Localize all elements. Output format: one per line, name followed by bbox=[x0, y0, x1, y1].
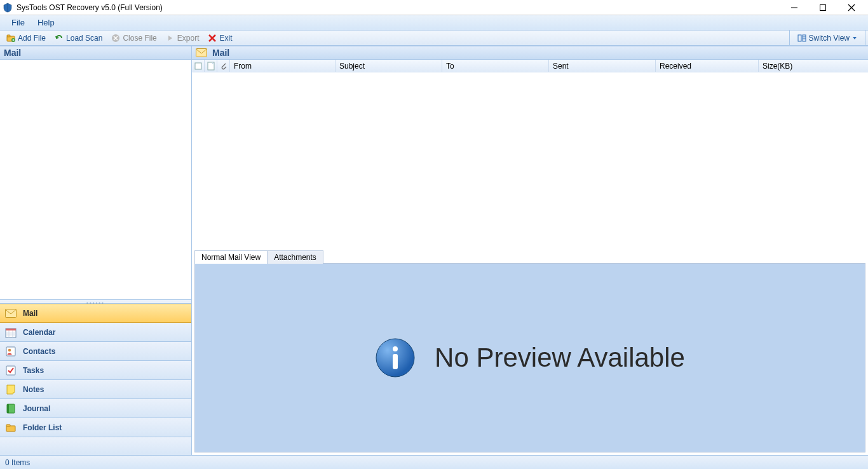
load-scan-icon bbox=[55, 34, 64, 43]
contacts-icon bbox=[5, 346, 17, 357]
svg-rect-32 bbox=[6, 425, 10, 426]
nav-notes[interactable]: Notes bbox=[0, 380, 191, 399]
nav-folder-list[interactable]: Folder List bbox=[0, 418, 191, 437]
col-size[interactable]: Size(KB) bbox=[759, 60, 868, 72]
col-sent[interactable]: Sent bbox=[549, 60, 656, 72]
menu-file[interactable]: File bbox=[5, 17, 31, 29]
nav-mail-label: Mail bbox=[23, 309, 37, 318]
preview-zone: Normal Mail View Attachments bbox=[192, 248, 868, 455]
right-pane: Mail From Subject To Sent Received Size(… bbox=[192, 46, 868, 455]
col-attachment-icon[interactable] bbox=[217, 60, 230, 72]
folder-tree[interactable] bbox=[0, 60, 191, 300]
close-button[interactable] bbox=[837, 0, 865, 15]
load-scan-label: Load Scan bbox=[66, 34, 102, 43]
add-file-button[interactable]: Add File bbox=[3, 33, 50, 43]
preview-body: No Preview Available bbox=[194, 263, 865, 452]
no-preview-text: No Preview Available bbox=[435, 343, 685, 373]
svg-rect-34 bbox=[195, 63, 201, 69]
left-pane: Mail •••••• Mail Calendar Contacts bbox=[0, 46, 192, 455]
svg-rect-1 bbox=[820, 4, 825, 10]
col-subject[interactable]: Subject bbox=[336, 60, 442, 72]
exit-button[interactable]: Exit bbox=[204, 33, 236, 43]
nav-calendar[interactable]: Calendar bbox=[0, 323, 191, 342]
export-button[interactable]: Export bbox=[162, 33, 203, 43]
svg-rect-20 bbox=[6, 329, 16, 330]
nav-journal-label: Journal bbox=[23, 404, 50, 413]
folder-icon bbox=[5, 422, 17, 433]
col-to[interactable]: To bbox=[442, 60, 549, 72]
mail-icon bbox=[5, 308, 17, 319]
svg-rect-15 bbox=[803, 35, 806, 41]
nav-contacts[interactable]: Contacts bbox=[0, 342, 191, 361]
svg-point-37 bbox=[393, 346, 398, 351]
maximize-button[interactable] bbox=[808, 0, 837, 15]
svg-rect-33 bbox=[196, 49, 207, 57]
grid-columns: From Subject To Sent Received Size(KB) bbox=[192, 60, 868, 72]
exit-label: Exit bbox=[219, 34, 232, 43]
switch-view-icon bbox=[797, 34, 806, 43]
col-checkbox[interactable] bbox=[192, 60, 205, 72]
tab-attachments[interactable]: Attachments bbox=[267, 250, 323, 264]
switch-view-label: Switch View bbox=[809, 34, 850, 43]
left-header: Mail bbox=[0, 46, 191, 60]
notes-icon bbox=[5, 384, 17, 395]
switch-view-button[interactable]: Switch View bbox=[794, 33, 861, 43]
minimize-button[interactable] bbox=[780, 0, 808, 15]
statusbar: 0 Items bbox=[0, 455, 868, 469]
export-icon bbox=[166, 34, 175, 43]
info-icon bbox=[375, 337, 416, 378]
close-file-button[interactable]: Close File bbox=[107, 33, 160, 43]
tasks-icon bbox=[5, 365, 17, 376]
nav-folder-list-label: Folder List bbox=[23, 423, 62, 432]
svg-point-27 bbox=[8, 348, 11, 351]
toolbar: Add File Load Scan Close File Export Exi… bbox=[0, 31, 868, 46]
window-controls bbox=[780, 0, 865, 15]
nav-journal[interactable]: Journal bbox=[0, 399, 191, 418]
menu-help[interactable]: Help bbox=[31, 17, 61, 29]
nav-tasks[interactable]: Tasks bbox=[0, 361, 191, 380]
col-item-icon[interactable] bbox=[205, 60, 217, 72]
nav-list: Mail Calendar Contacts Tasks bbox=[0, 304, 191, 455]
nav-calendar-label: Calendar bbox=[23, 328, 55, 337]
col-from[interactable]: From bbox=[230, 60, 336, 72]
nav-blank bbox=[0, 437, 191, 455]
add-file-label: Add File bbox=[18, 34, 46, 43]
exit-icon bbox=[208, 34, 217, 43]
svg-rect-38 bbox=[393, 354, 398, 369]
journal-icon bbox=[5, 403, 17, 414]
nav-tasks-label: Tasks bbox=[23, 366, 44, 375]
menubar: File Help bbox=[0, 15, 868, 31]
calendar-icon bbox=[5, 327, 17, 338]
close-file-icon bbox=[111, 34, 120, 43]
right-header-label: Mail bbox=[212, 48, 229, 58]
grid-body[interactable] bbox=[192, 72, 868, 248]
tab-normal-mail-view[interactable]: Normal Mail View bbox=[194, 250, 268, 264]
app-icon bbox=[3, 3, 13, 13]
svg-rect-30 bbox=[7, 404, 9, 413]
svg-rect-14 bbox=[798, 35, 801, 41]
col-received[interactable]: Received bbox=[656, 60, 759, 72]
right-header: Mail bbox=[192, 46, 868, 60]
window-title: SysTools OST Recovery v5.0 (Full Version… bbox=[17, 3, 163, 12]
status-items: 0 Items bbox=[5, 458, 30, 467]
load-scan-button[interactable]: Load Scan bbox=[51, 33, 106, 43]
titlebar: SysTools OST Recovery v5.0 (Full Version… bbox=[0, 0, 868, 15]
chevron-down-icon bbox=[852, 34, 857, 43]
nav-mail[interactable]: Mail bbox=[0, 304, 191, 323]
nav-notes-label: Notes bbox=[23, 385, 44, 394]
preview-tabs: Normal Mail View Attachments bbox=[194, 248, 865, 263]
add-file-icon bbox=[6, 34, 15, 43]
nav-contacts-label: Contacts bbox=[23, 347, 55, 356]
svg-rect-18 bbox=[6, 309, 17, 318]
svg-rect-5 bbox=[7, 35, 10, 37]
export-label: Export bbox=[177, 34, 200, 43]
close-file-label: Close File bbox=[123, 34, 156, 43]
mail-header-icon bbox=[196, 48, 207, 57]
